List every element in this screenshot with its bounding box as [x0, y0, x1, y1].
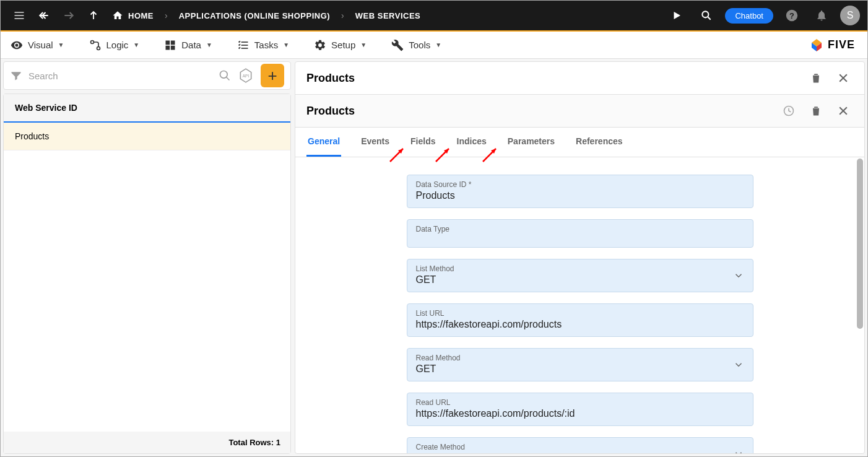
chevron-down-icon: [733, 359, 744, 370]
back-icon[interactable]: [33, 4, 55, 27]
svg-marker-7: [674, 12, 681, 19]
svg-point-20: [220, 71, 228, 79]
svg-point-12: [90, 40, 93, 43]
bell-icon[interactable]: [810, 4, 833, 27]
field-read-method[interactable]: Read Method GET: [407, 348, 753, 381]
tab-general[interactable]: General: [306, 128, 341, 157]
svg-marker-32: [444, 149, 449, 154]
menu-tasks[interactable]: Tasks▼: [237, 39, 289, 51]
svg-text:?: ?: [789, 11, 794, 20]
filter-icon[interactable]: [10, 69, 22, 82]
field-read-url[interactable]: Read URL https://fakestoreapi.com/produc…: [407, 393, 753, 426]
menu-logic[interactable]: Logic▼: [89, 39, 140, 51]
chevron-down-icon: [733, 448, 744, 453]
form-inner: Data Source ID * Products Data Type List…: [407, 175, 753, 453]
menu-setup[interactable]: Setup▼: [314, 39, 367, 51]
search-magnify-icon[interactable]: [695, 4, 718, 27]
form-area: Data Source ID * Products Data Type List…: [295, 157, 864, 453]
history-icon[interactable]: [779, 101, 799, 121]
scrollbar[interactable]: [857, 159, 863, 329]
page-title: Products: [306, 72, 355, 85]
svg-text:API: API: [243, 74, 250, 78]
dropdown-icon: ▼: [58, 41, 64, 48]
menu-tools[interactable]: Tools▼: [391, 39, 441, 51]
tabs: General Events Fields Indices Parameters…: [295, 128, 864, 157]
left-pane: API + Web Service ID Products Total Rows…: [3, 61, 291, 454]
main: API + Web Service ID Products Total Rows…: [1, 59, 867, 456]
list-footer: Total Rows: 1: [4, 432, 290, 453]
list-header: Web Service ID: [4, 94, 290, 123]
breadcrumb-applications[interactable]: APPLICATIONS (ONLINE SHOPPING): [179, 11, 330, 20]
svg-point-8: [703, 11, 709, 17]
menu-visual[interactable]: Visual▼: [11, 39, 64, 51]
tab-events[interactable]: Events: [360, 128, 391, 157]
top-bar-right: Chatbot ? S: [666, 4, 860, 27]
up-icon[interactable]: [82, 4, 105, 27]
dropdown-icon: ▼: [360, 41, 367, 48]
dropdown-icon: ▼: [283, 41, 289, 48]
close-icon[interactable]: [833, 101, 853, 121]
field-list-url[interactable]: List URL https://fakestoreapi.com/produc…: [407, 303, 753, 337]
chatbot-button[interactable]: Chatbot: [725, 8, 773, 24]
list-card: Web Service ID Products Total Rows: 1: [3, 94, 291, 454]
logo: FIVE: [809, 38, 855, 53]
dropdown-icon: ▼: [435, 41, 441, 48]
help-icon[interactable]: ?: [781, 4, 803, 27]
field-list-method[interactable]: List Method GET: [407, 259, 753, 292]
tab-indices[interactable]: Indices: [456, 128, 488, 157]
api-icon[interactable]: API: [237, 67, 254, 84]
top-bar: HOME › APPLICATIONS (ONLINE SHOPPING) › …: [1, 1, 867, 32]
breadcrumb: HOME › APPLICATIONS (ONLINE SHOPPING) › …: [112, 10, 420, 21]
search-icon[interactable]: [219, 69, 231, 82]
svg-marker-34: [491, 149, 496, 154]
right-pane: Products Products: [295, 61, 865, 454]
breadcrumb-webservices[interactable]: WEB SERVICES: [355, 11, 420, 20]
field-data-type[interactable]: Data Type: [407, 219, 753, 248]
field-data-source-id[interactable]: Data Source ID * Products: [407, 175, 753, 208]
delete-icon[interactable]: [806, 68, 826, 88]
dropdown-icon: ▼: [133, 41, 139, 48]
search-row: API +: [3, 61, 291, 90]
top-bar-left: HOME › APPLICATIONS (ONLINE SHOPPING) › …: [8, 4, 420, 27]
close-icon[interactable]: [833, 68, 853, 88]
tab-parameters[interactable]: Parameters: [506, 128, 556, 157]
sub-title: Products: [306, 105, 355, 118]
panel-header-top: Products: [295, 62, 864, 94]
breadcrumb-home[interactable]: HOME: [112, 10, 154, 21]
avatar[interactable]: S: [840, 6, 860, 25]
menu-bar: Visual▼ Logic▼ Data▼ Tasks▼ Setup▼ Tools…: [1, 32, 867, 59]
dropdown-icon: ▼: [206, 41, 212, 48]
breadcrumb-home-label: HOME: [128, 11, 154, 20]
list-item[interactable]: Products: [4, 123, 290, 150]
menu-data[interactable]: Data▼: [164, 39, 212, 51]
chevron-right-icon: ›: [160, 11, 173, 20]
svg-marker-30: [398, 149, 403, 154]
field-create-method[interactable]: Create Method POST: [407, 437, 753, 453]
menu-icon[interactable]: [8, 4, 30, 27]
chevron-right-icon: ›: [336, 11, 349, 20]
play-icon[interactable]: [666, 4, 688, 27]
add-button[interactable]: +: [261, 64, 284, 87]
tab-references[interactable]: References: [575, 128, 624, 157]
search-input[interactable]: [28, 71, 212, 81]
delete-icon[interactable]: [806, 101, 826, 121]
svg-line-21: [227, 77, 230, 81]
panel-header-sub: Products: [295, 94, 864, 128]
svg-line-9: [708, 17, 711, 20]
svg-point-13: [97, 46, 100, 50]
chevron-down-icon: [733, 270, 744, 281]
forward-icon: [58, 4, 80, 27]
tab-fields[interactable]: Fields: [409, 128, 436, 157]
